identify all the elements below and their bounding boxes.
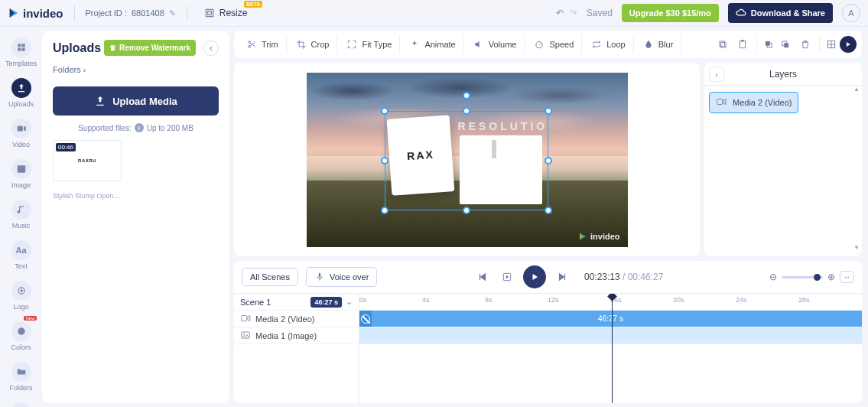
tool-fit-type[interactable]: Fit Type bbox=[339, 35, 400, 54]
pencil-icon[interactable]: ✎ bbox=[169, 8, 176, 18]
image-lane[interactable] bbox=[359, 327, 862, 344]
watermark-text: invideo bbox=[590, 232, 620, 241]
edit-toolbar: Trim Crop Fit Type Animate Volume Speed … bbox=[234, 31, 862, 58]
zoom-in-icon[interactable]: ⊕ bbox=[827, 272, 835, 282]
video-lane[interactable]: 46:27 s bbox=[359, 311, 862, 327]
video-clip[interactable]: 46:27 s bbox=[359, 311, 862, 327]
rail-more[interactable] bbox=[5, 399, 38, 407]
svg-rect-4 bbox=[18, 48, 21, 51]
avatar[interactable]: A bbox=[842, 4, 860, 22]
saved-status: Saved bbox=[587, 8, 613, 18]
upload-media-button[interactable]: Upload Media bbox=[53, 86, 219, 116]
tool-crop[interactable]: Crop bbox=[288, 35, 338, 54]
rail-label: Text bbox=[15, 262, 28, 270]
paste-icon[interactable] bbox=[733, 35, 752, 54]
watermark-logo: invideo bbox=[578, 232, 620, 241]
resize-handle[interactable] bbox=[463, 107, 470, 115]
rail-templates[interactable]: Templates bbox=[5, 34, 38, 70]
tool-trim[interactable]: Trim bbox=[239, 35, 287, 54]
rail-image[interactable]: Image bbox=[5, 156, 38, 192]
layer-front-icon[interactable] bbox=[756, 35, 775, 54]
remove-watermark-button[interactable]: ♛ Remove Watermark bbox=[104, 40, 196, 56]
voice-over-button[interactable]: Voice over bbox=[306, 267, 377, 287]
svg-point-10 bbox=[18, 327, 24, 334]
copy-icon[interactable] bbox=[714, 35, 732, 54]
selection-box[interactable] bbox=[385, 111, 548, 210]
layers-collapse-button[interactable]: › bbox=[709, 67, 724, 82]
resize-handle[interactable] bbox=[545, 207, 552, 214]
canvas-stage[interactable]: RESOLUTIO RAX bbox=[234, 63, 700, 256]
loop-preview-button[interactable] bbox=[499, 269, 515, 285]
playhead[interactable] bbox=[612, 294, 613, 403]
folders-breadcrumb[interactable]: Folders › bbox=[53, 65, 219, 74]
video-icon bbox=[240, 313, 251, 325]
all-scenes-button[interactable]: All Scenes bbox=[242, 268, 298, 286]
media-thumbnail[interactable]: 00:46 RAXRU Stylish Stomp Opener by … bbox=[53, 140, 122, 200]
resize-handle[interactable] bbox=[381, 207, 388, 214]
clip-handle-left[interactable] bbox=[359, 311, 372, 327]
scroll-up-icon[interactable]: ▲ bbox=[853, 86, 860, 95]
scroll-down-icon[interactable]: ▼ bbox=[853, 244, 860, 253]
zoom-fit-button[interactable]: ↔ bbox=[840, 271, 854, 283]
tool-volume[interactable]: Volume bbox=[466, 35, 525, 54]
redo-icon[interactable]: ↷ bbox=[570, 8, 577, 18]
zoom-slider[interactable] bbox=[782, 276, 823, 278]
rail-text[interactable]: Aa Text bbox=[5, 237, 38, 273]
zoom-out-icon[interactable]: ⊖ bbox=[769, 272, 777, 282]
panel-title: Uploads bbox=[53, 41, 101, 55]
tool-label: Speed bbox=[549, 40, 574, 49]
trash-icon[interactable] bbox=[796, 35, 814, 54]
rail-folders[interactable]: Folders bbox=[5, 359, 38, 395]
scene-header[interactable]: Scene 1 46:27 s ⌄ bbox=[234, 294, 359, 311]
collapse-panel-button[interactable]: ‹ bbox=[203, 41, 219, 56]
top-bar: invideo Project ID : 6801408 ✎ Resize BE… bbox=[0, 0, 868, 27]
svg-rect-26 bbox=[717, 99, 723, 105]
chevron-down-icon[interactable]: ⌄ bbox=[342, 294, 356, 310]
grid-icon[interactable] bbox=[819, 35, 837, 54]
preview-play-button[interactable] bbox=[839, 35, 857, 54]
rail-label: Logo bbox=[13, 303, 28, 311]
resize-handle[interactable] bbox=[545, 157, 552, 164]
resize-handle[interactable] bbox=[463, 207, 470, 214]
play-button[interactable] bbox=[523, 265, 546, 288]
prev-scene-button[interactable] bbox=[474, 269, 491, 285]
download-share-button[interactable]: Download & Share bbox=[728, 3, 833, 23]
tool-blur[interactable]: Blur bbox=[636, 35, 682, 54]
undo-icon[interactable]: ↶ bbox=[556, 8, 564, 18]
track-label-image[interactable]: Media 1 (Image) bbox=[234, 327, 359, 344]
rail-logo[interactable]: Logo bbox=[5, 278, 38, 314]
rail-music[interactable]: Music bbox=[5, 197, 38, 233]
rail-label: Image bbox=[11, 181, 31, 189]
rail-video[interactable]: Video bbox=[5, 116, 38, 151]
resize-menu[interactable]: Resize BETA bbox=[204, 8, 248, 18]
new-badge: New bbox=[24, 316, 36, 321]
image-icon bbox=[240, 330, 251, 342]
tool-speed[interactable]: Speed bbox=[526, 35, 582, 54]
left-rail: Templates Uploads Video Image Music Aa T… bbox=[0, 27, 42, 407]
info-icon[interactable]: i bbox=[135, 123, 144, 132]
brand-logo[interactable]: invideo bbox=[8, 7, 63, 20]
tool-label: Volume bbox=[489, 40, 517, 49]
layer-name: Media 2 (Video) bbox=[733, 98, 792, 107]
resize-handle[interactable] bbox=[545, 107, 552, 115]
supported-suffix: Up to 200 MB bbox=[147, 124, 193, 132]
clip-duration: 46:27 s bbox=[598, 314, 623, 323]
mic-icon bbox=[314, 272, 325, 282]
layer-back-icon[interactable] bbox=[776, 35, 795, 54]
upgrade-button[interactable]: Upgrade $30 $15/mo bbox=[622, 4, 719, 22]
timeline-tracks[interactable]: 0s4s8s12s16s20s24s28s 46:27 s bbox=[359, 294, 862, 403]
tool-loop[interactable]: Loop bbox=[584, 35, 633, 54]
rail-colors[interactable]: New Colors bbox=[5, 318, 38, 354]
layers-scrollbar[interactable]: ▲ ▼ bbox=[853, 86, 860, 253]
resize-handle[interactable] bbox=[381, 107, 388, 115]
rotate-handle[interactable] bbox=[463, 92, 470, 99]
rail-label: Templates bbox=[5, 60, 37, 67]
rail-uploads[interactable]: Uploads bbox=[5, 75, 38, 111]
tool-animate[interactable]: Animate bbox=[401, 35, 463, 54]
resize-handle[interactable] bbox=[381, 157, 388, 164]
next-scene-button[interactable] bbox=[554, 269, 571, 285]
image-clip[interactable] bbox=[359, 327, 862, 344]
svg-rect-23 bbox=[784, 43, 788, 47]
track-label-video[interactable]: Media 2 (Video) bbox=[234, 311, 359, 327]
layer-item[interactable]: Media 2 (Video) bbox=[709, 92, 798, 113]
